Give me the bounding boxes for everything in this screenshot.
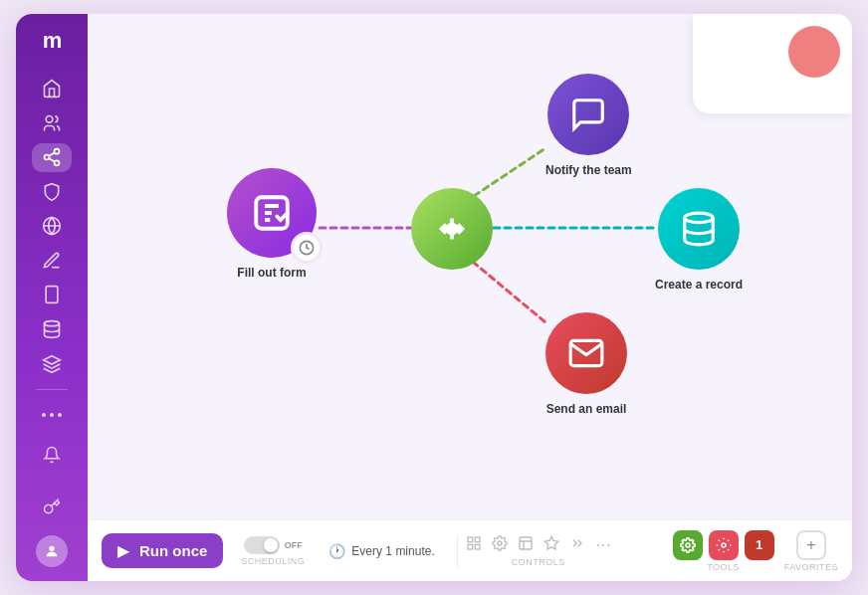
sidebar-item-layer[interactable] bbox=[32, 349, 72, 378]
sidebar-item-connections[interactable] bbox=[32, 143, 72, 172]
node-email[interactable]: Send an email bbox=[545, 312, 627, 416]
svg-point-22 bbox=[448, 225, 457, 234]
favorites-label: FAVORITES bbox=[784, 562, 838, 572]
svg-point-32 bbox=[498, 541, 502, 545]
node-hub[interactable] bbox=[411, 188, 493, 270]
svg-marker-11 bbox=[44, 355, 61, 363]
svg-rect-31 bbox=[475, 544, 480, 549]
run-once-label: Run once bbox=[139, 542, 207, 559]
play-icon: ▶ bbox=[117, 541, 129, 560]
tools-section: 1 TOOLS bbox=[673, 530, 774, 572]
svg-point-27 bbox=[685, 213, 714, 223]
ctrl-grid-icon[interactable] bbox=[466, 535, 482, 555]
sidebar-item-bell[interactable] bbox=[32, 435, 72, 475]
svg-line-41 bbox=[728, 549, 729, 550]
svg-rect-29 bbox=[475, 537, 480, 542]
main-content: Fill out form bbox=[88, 14, 852, 581]
ctrl-magic-icon[interactable] bbox=[543, 535, 559, 555]
ctrl-more-icon[interactable]: ⋯ bbox=[595, 535, 611, 554]
tools-label: TOOLS bbox=[707, 562, 740, 572]
sidebar-item-phone[interactable] bbox=[32, 281, 72, 309]
sidebar-item-more[interactable] bbox=[32, 401, 72, 430]
node-notify-label: Notify the team bbox=[545, 163, 632, 177]
app-window: m bbox=[16, 14, 852, 581]
node-record-label: Create a record bbox=[655, 278, 743, 292]
scheduling-toggle[interactable] bbox=[244, 536, 280, 554]
svg-rect-30 bbox=[468, 544, 473, 549]
scheduling-section: OFF SCHEDULING bbox=[241, 536, 305, 566]
node-record[interactable]: Create a record bbox=[655, 188, 743, 292]
svg-rect-8 bbox=[46, 287, 58, 303]
tool-dark-button[interactable]: 1 bbox=[745, 530, 774, 560]
controls-section: ⋯ CONTROLS bbox=[466, 535, 611, 567]
svg-rect-28 bbox=[468, 537, 473, 542]
node-form[interactable]: Fill out form bbox=[227, 168, 317, 280]
sidebar-item-pen[interactable] bbox=[32, 247, 72, 276]
svg-line-4 bbox=[49, 159, 55, 162]
svg-point-10 bbox=[45, 321, 60, 326]
sidebar-item-database[interactable] bbox=[32, 315, 72, 344]
ctrl-flow-icon[interactable] bbox=[569, 535, 585, 555]
sidebar-item-key[interactable] bbox=[32, 487, 72, 526]
schedule-info: 🕐 Every 1 minute. bbox=[328, 543, 434, 559]
sidebar-item-security[interactable] bbox=[32, 178, 72, 207]
sidebar: m bbox=[16, 14, 88, 581]
run-once-button[interactable]: ▶ Run once bbox=[102, 533, 223, 568]
svg-point-36 bbox=[686, 543, 690, 547]
svg-point-0 bbox=[46, 115, 53, 122]
clock-badge bbox=[291, 232, 323, 264]
tool-green-button[interactable] bbox=[673, 530, 703, 560]
user-avatar[interactable] bbox=[36, 535, 68, 567]
app-logo: m bbox=[43, 28, 62, 54]
controls-label: CONTROLS bbox=[512, 557, 565, 567]
svg-line-5 bbox=[49, 153, 55, 156]
svg-line-45 bbox=[728, 539, 729, 540]
sidebar-item-home[interactable] bbox=[32, 75, 72, 103]
svg-line-40 bbox=[718, 539, 719, 540]
favorites-add-button[interactable]: + bbox=[796, 530, 826, 560]
favorites-section: + FAVORITES bbox=[784, 530, 838, 572]
ctrl-notes-icon[interactable] bbox=[518, 535, 534, 555]
svg-line-44 bbox=[718, 549, 719, 550]
sidebar-divider bbox=[36, 389, 68, 390]
schedule-text: Every 1 minute. bbox=[351, 544, 434, 558]
ctrl-settings-icon[interactable] bbox=[492, 535, 508, 555]
svg-point-3 bbox=[55, 161, 60, 166]
sidebar-item-team[interactable] bbox=[32, 109, 72, 138]
tool-pink-button[interactable] bbox=[709, 530, 739, 560]
svg-point-15 bbox=[49, 546, 54, 551]
node-notify[interactable]: Notify the team bbox=[545, 74, 632, 177]
clock-icon: 🕐 bbox=[328, 543, 345, 559]
toolbar: ▶ Run once OFF SCHEDULING 🕐 Every 1 minu… bbox=[88, 519, 852, 581]
workflow-canvas[interactable]: Fill out form bbox=[88, 14, 852, 519]
node-form-label: Fill out form bbox=[237, 266, 306, 280]
sidebar-item-globe[interactable] bbox=[32, 212, 72, 241]
node-email-label: Send an email bbox=[546, 402, 627, 416]
svg-point-1 bbox=[55, 149, 60, 154]
svg-point-37 bbox=[722, 543, 726, 547]
toggle-off-label: OFF bbox=[285, 540, 303, 550]
scheduling-label: SCHEDULING bbox=[241, 556, 305, 566]
svg-point-14 bbox=[58, 413, 62, 417]
svg-point-2 bbox=[45, 155, 50, 160]
toolbar-divider-1 bbox=[457, 535, 458, 567]
svg-point-13 bbox=[50, 413, 54, 417]
user-indicator bbox=[788, 26, 840, 78]
svg-rect-33 bbox=[520, 537, 532, 549]
svg-point-12 bbox=[42, 413, 46, 417]
